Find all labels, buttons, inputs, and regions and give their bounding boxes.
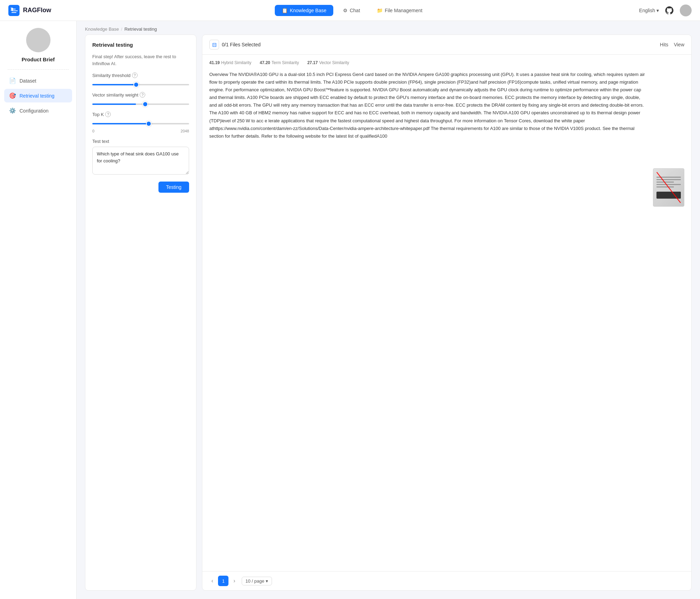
result-text: Overview The NVIDIA®A100 GPU is a dual-s… <box>209 71 647 207</box>
test-text-label: Test text <box>92 139 189 144</box>
breadcrumb-current: Retrieval testing <box>124 26 157 32</box>
logo-area: RAGFlow <box>8 5 51 16</box>
doc-lines <box>656 177 681 199</box>
result-area: 41.19 Hybrid Similarity 47.20 Term Simil… <box>202 55 691 571</box>
top-k-label: Top K ? <box>92 112 189 117</box>
similarity-threshold-slider-container <box>92 81 189 86</box>
doc-line-1 <box>656 177 681 178</box>
doc-line-5 <box>656 186 674 187</box>
similarity-threshold-group: Similarity threshold ? <box>92 72 189 86</box>
sidebar-item-dataset-label: Dataset <box>20 78 36 84</box>
page-1-btn[interactable]: 1 <box>218 576 228 586</box>
per-page-selector[interactable]: 10 / page ▾ <box>242 577 272 585</box>
similarity-threshold-label: Similarity threshold ? <box>92 72 189 78</box>
right-panel: ⊟ 0/1 Files Selected Hits View 41.19 Hyb… <box>202 34 692 591</box>
configuration-icon: ⚙️ <box>9 107 16 114</box>
breadcrumb: Knowledge Base / Retrieval testing <box>77 21 700 34</box>
knowledge-base-avatar <box>26 28 50 52</box>
per-page-chevron-icon: ▾ <box>266 578 268 584</box>
sidebar-item-config-label: Configuration <box>20 108 48 114</box>
sidebar-item-retrieval-label: Retrieval testing <box>20 93 54 99</box>
vector-similarity-label: Vector similarity weight ? <box>92 92 189 98</box>
prev-page-btn[interactable]: ‹ <box>209 576 215 585</box>
app-body: Product Brief 📄 Dataset 🎯 Retrieval test… <box>0 21 700 599</box>
retrieval-testing-icon: 🎯 <box>9 92 16 99</box>
similarity-threshold-slider[interactable] <box>92 84 189 85</box>
user-avatar[interactable] <box>680 5 692 16</box>
doc-line-image <box>656 192 681 199</box>
term-similarity-score: 47.20 Term Similarity <box>260 60 299 65</box>
top-k-help-icon[interactable]: ? <box>105 112 111 117</box>
right-panel-header: ⊟ 0/1 Files Selected Hits View <box>202 35 691 55</box>
breadcrumb-root[interactable]: Knowledge Base <box>85 26 119 32</box>
logo-text: RAGFlow <box>23 7 51 14</box>
sidebar-item-dataset[interactable]: 📄 Dataset <box>4 74 72 87</box>
sidebar-menu: 📄 Dataset 🎯 Retrieval testing ⚙️ Configu… <box>0 74 76 117</box>
top-k-group: Top K ? 0 2048 <box>92 112 189 133</box>
knowledge-base-name: Product Brief <box>22 56 55 62</box>
sidebar: Product Brief 📄 Dataset 🎯 Retrieval test… <box>0 21 77 599</box>
top-k-slider[interactable] <box>92 123 189 124</box>
top-k-slider-container <box>92 120 189 125</box>
top-k-range: 0 2048 <box>92 129 189 133</box>
language-selector[interactable]: English ▾ <box>639 8 659 13</box>
knowledge-base-nav-btn[interactable]: 📋 Knowledge Base <box>275 5 333 16</box>
sidebar-divider <box>8 69 69 70</box>
result-content: Overview The NVIDIA®A100 GPU is a dual-s… <box>209 71 684 207</box>
view-label[interactable]: View <box>674 42 684 47</box>
doc-line-4 <box>656 184 681 185</box>
retrieval-testing-description: Final step! After success, leave the res… <box>92 53 189 67</box>
vector-similarity-group: Vector similarity weight ? <box>92 92 189 106</box>
panels: Retrieval testing Final step! After succ… <box>77 34 700 599</box>
doc-line-2 <box>656 179 681 180</box>
vector-similarity-slider[interactable] <box>92 103 189 105</box>
chevron-down-icon: ▾ <box>656 8 659 13</box>
chat-nav-btn[interactable]: ⚙ Chat <box>336 5 367 16</box>
result-document-thumbnail <box>653 168 684 207</box>
nav-center: 📋 Knowledge Base ⚙ Chat 📁 File Managemen… <box>65 5 639 16</box>
top-nav: RAGFlow 📋 Knowledge Base ⚙ Chat 📁 File M… <box>0 0 700 21</box>
test-text-group: Test text Which type of heat sink does G… <box>92 139 189 175</box>
files-selected-text: 0/1 Files Selected <box>222 42 260 47</box>
file-management-nav-icon: 📁 <box>377 8 383 13</box>
file-management-nav-btn[interactable]: 📁 File Management <box>370 5 429 16</box>
dataset-icon: 📄 <box>9 77 16 84</box>
nav-right: English ▾ <box>639 5 692 16</box>
testing-btn-row: Testing <box>92 182 189 193</box>
hybrid-similarity-score: 41.19 Hybrid Similarity <box>209 60 251 65</box>
breadcrumb-separator: / <box>121 26 123 32</box>
left-panel: Retrieval testing Final step! After succ… <box>85 34 196 591</box>
similarity-scores: 41.19 Hybrid Similarity 47.20 Term Simil… <box>209 60 684 65</box>
file-selector-icon[interactable]: ⊟ <box>209 40 219 49</box>
next-page-btn[interactable]: › <box>231 576 237 585</box>
similarity-threshold-help-icon[interactable]: ? <box>132 72 138 78</box>
knowledge-base-nav-icon: 📋 <box>282 8 288 13</box>
test-text-input[interactable]: Which type of heat sink does GA100 use f… <box>92 147 189 175</box>
main-content: Knowledge Base / Retrieval testing Retri… <box>77 21 700 599</box>
testing-button[interactable]: Testing <box>158 182 189 193</box>
retrieval-testing-title: Retrieval testing <box>92 42 189 48</box>
vector-similarity-score: 27.17 Vector Similarity <box>307 60 349 65</box>
right-panel-footer: ‹ 1 › 10 / page ▾ <box>202 571 691 590</box>
ragflow-logo-icon <box>8 5 20 16</box>
doc-line-3 <box>656 182 674 183</box>
sidebar-item-configuration[interactable]: ⚙️ Configuration <box>4 104 72 117</box>
vector-similarity-slider-container <box>92 100 189 106</box>
hits-label[interactable]: Hits <box>660 42 668 47</box>
files-selected-area: ⊟ 0/1 Files Selected <box>209 40 654 49</box>
vector-similarity-help-icon[interactable]: ? <box>140 92 145 98</box>
github-icon[interactable] <box>664 6 674 15</box>
document-preview <box>653 168 684 207</box>
sidebar-item-retrieval-testing[interactable]: 🎯 Retrieval testing <box>4 89 72 102</box>
pagination: ‹ 1 › <box>209 576 238 586</box>
chat-nav-icon: ⚙ <box>343 8 348 13</box>
